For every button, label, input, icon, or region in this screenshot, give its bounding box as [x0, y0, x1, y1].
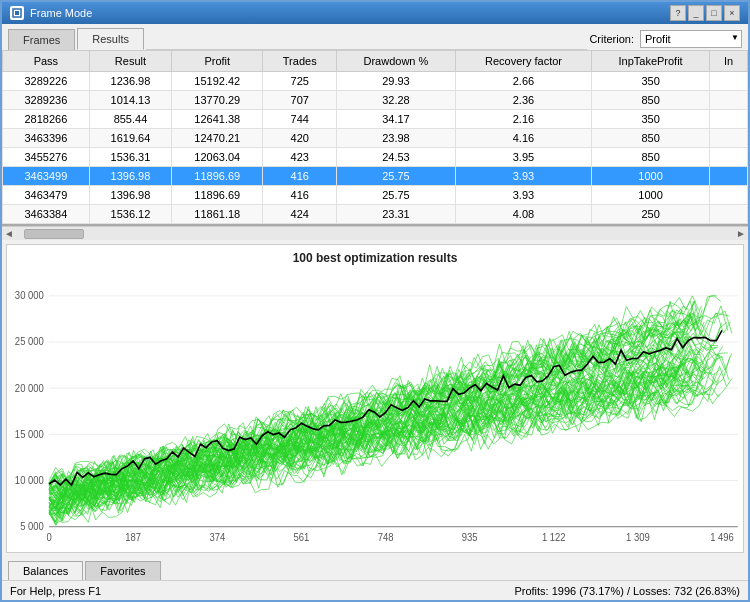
table-cell: 25.75 — [337, 186, 456, 205]
table-cell: 2.66 — [455, 72, 591, 91]
table-cell: 23.31 — [337, 205, 456, 224]
maximize-button[interactable]: □ — [706, 5, 722, 21]
tab-bar: Frames Results Criterion: Profit Balance… — [2, 24, 748, 50]
table-row[interactable]: 34552761536.3112063.0442324.533.95850 — [3, 148, 748, 167]
table-cell: 1000 — [592, 167, 710, 186]
app-icon — [10, 6, 24, 20]
table-cell: 250 — [592, 205, 710, 224]
chart-title: 100 best optimization results — [7, 245, 743, 267]
table-cell: 1619.64 — [89, 129, 171, 148]
table-cell: 3463396 — [3, 129, 90, 148]
tab-results[interactable]: Results — [77, 28, 144, 50]
col-profit: Profit — [172, 51, 263, 72]
criterion-wrapper: Profit Balance Drawdown Recovery factor — [640, 30, 742, 48]
table-cell: 3463479 — [3, 186, 90, 205]
table-cell — [709, 205, 747, 224]
col-recovery: Recovery factor — [455, 51, 591, 72]
table-cell: 3463499 — [3, 167, 90, 186]
table-row[interactable]: 2818266855.4412641.3874434.172.16350 — [3, 110, 748, 129]
table-cell: 350 — [592, 72, 710, 91]
svg-text:5 000: 5 000 — [20, 521, 44, 532]
svg-text:748: 748 — [378, 531, 394, 542]
status-bar: For Help, press F1 Profits: 1996 (73.17%… — [2, 580, 748, 600]
table-cell: 3455276 — [3, 148, 90, 167]
main-window: Frame Mode ? _ □ × Frames Results Criter… — [0, 0, 750, 602]
table-cell — [709, 72, 747, 91]
table-cell — [709, 186, 747, 205]
toolbar: Criterion: Profit Balance Drawdown Recov… — [589, 30, 742, 50]
table-cell: 12641.38 — [172, 110, 263, 129]
table-cell: 2.16 — [455, 110, 591, 129]
table-row[interactable]: 34634991396.9811896.6941625.753.931000 — [3, 167, 748, 186]
svg-text:935: 935 — [462, 531, 478, 542]
bottom-tab-balances[interactable]: Balances — [8, 561, 83, 580]
table-cell: 744 — [263, 110, 337, 129]
table-cell: 1396.98 — [89, 186, 171, 205]
table-row[interactable]: 34633961619.6412470.2142023.984.16850 — [3, 129, 748, 148]
tab-frames[interactable]: Frames — [8, 29, 75, 50]
table-body: 32892261236.9815192.4272529.932.66350328… — [3, 72, 748, 224]
col-inptake: InpTakeProfit — [592, 51, 710, 72]
col-in: In — [709, 51, 747, 72]
close-button[interactable]: × — [724, 5, 740, 21]
svg-text:1 496: 1 496 — [710, 531, 734, 542]
title-bar-controls: ? _ □ × — [670, 5, 740, 21]
help-text: For Help, press F1 — [10, 585, 101, 597]
table-cell: 1014.13 — [89, 91, 171, 110]
table-cell: 25.75 — [337, 167, 456, 186]
chart-svg: 5 000 10 000 15 000 20 000 25 000 30 000… — [7, 267, 743, 544]
table-cell: 707 — [263, 91, 337, 110]
table-cell: 850 — [592, 129, 710, 148]
table-cell — [709, 91, 747, 110]
table-cell: 23.98 — [337, 129, 456, 148]
table-cell: 11896.69 — [172, 186, 263, 205]
table-cell: 2.36 — [455, 91, 591, 110]
results-table: Pass Result Profit Trades Drawdown % Rec… — [2, 50, 748, 224]
svg-text:10 000: 10 000 — [15, 475, 44, 486]
table-cell: 12470.21 — [172, 129, 263, 148]
table-cell: 424 — [263, 205, 337, 224]
svg-text:187: 187 — [125, 531, 141, 542]
table-cell: 3.93 — [455, 167, 591, 186]
table-row[interactable]: 32892361014.1313770.2970732.282.36850 — [3, 91, 748, 110]
table-cell: 350 — [592, 110, 710, 129]
col-drawdown: Drawdown % — [337, 51, 456, 72]
title-bar: Frame Mode ? _ □ × — [2, 2, 748, 24]
table-cell: 4.08 — [455, 205, 591, 224]
minimize-button[interactable]: _ — [688, 5, 704, 21]
svg-text:1 309: 1 309 — [626, 531, 650, 542]
scrollbar-thumb[interactable] — [24, 229, 84, 239]
table-cell: 1000 — [592, 186, 710, 205]
table-cell: 420 — [263, 129, 337, 148]
table-cell: 855.44 — [89, 110, 171, 129]
table-cell: 34.17 — [337, 110, 456, 129]
bottom-tab-favorites[interactable]: Favorites — [85, 561, 160, 580]
table-cell: 850 — [592, 148, 710, 167]
table-cell — [709, 129, 747, 148]
chart-body: 5 000 10 000 15 000 20 000 25 000 30 000… — [7, 267, 743, 544]
table-cell: 3289236 — [3, 91, 90, 110]
criterion-select[interactable]: Profit Balance Drawdown Recovery factor — [640, 30, 742, 48]
table-cell: 32.28 — [337, 91, 456, 110]
table-row[interactable]: 34633841536.1211861.1842423.314.08250 — [3, 205, 748, 224]
table-row[interactable]: 34634791396.9811896.6941625.753.931000 — [3, 186, 748, 205]
svg-rect-1 — [15, 11, 19, 15]
col-pass: Pass — [3, 51, 90, 72]
horizontal-scrollbar[interactable]: ◄ ► — [2, 226, 748, 240]
table-cell: 12063.04 — [172, 148, 263, 167]
table-cell: 416 — [263, 167, 337, 186]
table-cell: 3289226 — [3, 72, 90, 91]
table-cell: 11896.69 — [172, 167, 263, 186]
svg-text:374: 374 — [209, 531, 225, 542]
window-title: Frame Mode — [30, 7, 92, 19]
col-result: Result — [89, 51, 171, 72]
table-header-row: Pass Result Profit Trades Drawdown % Rec… — [3, 51, 748, 72]
table-cell: 1236.98 — [89, 72, 171, 91]
results-table-container[interactable]: Pass Result Profit Trades Drawdown % Rec… — [2, 50, 748, 226]
table-cell: 3463384 — [3, 205, 90, 224]
table-row[interactable]: 32892261236.9815192.4272529.932.66350 — [3, 72, 748, 91]
help-button[interactable]: ? — [670, 5, 686, 21]
table-cell — [709, 167, 747, 186]
chart-area: 100 best optimization results 5 000 10 0… — [6, 244, 744, 553]
svg-text:561: 561 — [294, 531, 310, 542]
